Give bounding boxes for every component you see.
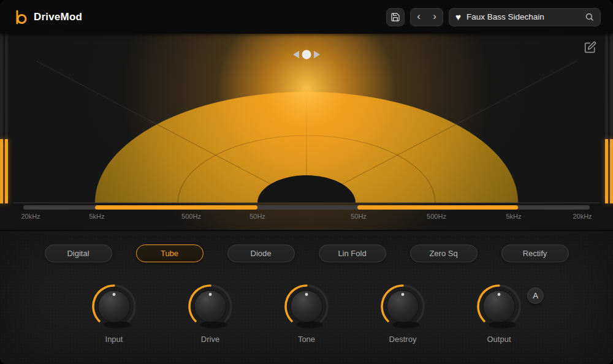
destroy-knob[interactable] xyxy=(378,282,427,331)
drive-visualizer: 20kHz 5kHz 500Hz 50Hz 50Hz 500Hz 5kHz 20… xyxy=(0,34,613,230)
level-meter-left xyxy=(0,34,8,203)
header-actions: ‹ › ♥ Faux Bass Sidechain xyxy=(386,8,601,26)
frequency-range-slider[interactable] xyxy=(23,205,590,210)
freq-label: 500Hz xyxy=(181,213,201,220)
freq-label: 50Hz xyxy=(351,213,367,220)
meter-fill xyxy=(5,139,8,203)
input-knob-block: Input xyxy=(89,282,139,344)
meter-strip xyxy=(605,34,608,203)
drivemod-window: DriveMod ‹ › ♥ Faux Bass Sidechain xyxy=(0,0,613,364)
freq-label: 5kHz xyxy=(89,213,104,220)
knob-label: Destroy xyxy=(389,335,417,344)
knob-indicator-dot xyxy=(305,293,308,296)
edit-pencil-icon xyxy=(584,41,596,53)
mode-button-tube[interactable]: Tube xyxy=(136,245,204,262)
mode-button-lin-fold[interactable]: Lin Fold xyxy=(319,245,386,262)
preset-name: Faux Bass Sidechain xyxy=(466,12,579,21)
knob-indicator-dot xyxy=(209,293,212,296)
knob-indicator-dot xyxy=(113,293,116,296)
freq-label: 50Hz xyxy=(249,213,265,220)
next-preset-button[interactable]: › xyxy=(427,9,443,26)
mode-button-diode[interactable]: Diode xyxy=(227,245,295,262)
chevron-right-icon: › xyxy=(433,11,436,21)
knob-label: Tone xyxy=(298,335,315,344)
drive-mode-row: Digital Tube Diode Lin Fold Zero Sq Rect… xyxy=(0,231,613,262)
mode-button-digital[interactable]: Digital xyxy=(45,245,112,262)
app-title: DriveMod xyxy=(34,11,82,23)
brand: DriveMod xyxy=(12,9,82,25)
frequency-range-segment-right[interactable] xyxy=(357,205,518,210)
tone-knob[interactable] xyxy=(282,282,331,331)
meter-strip xyxy=(0,34,3,203)
knob-indicator-dot xyxy=(402,293,405,296)
save-preset-button[interactable] xyxy=(386,8,405,26)
visualizer-scene xyxy=(0,34,613,230)
destroy-knob-block: Destroy xyxy=(378,282,427,344)
knob-label: Output xyxy=(487,335,511,344)
save-icon xyxy=(390,12,400,22)
preset-selector[interactable]: ♥ Faux Bass Sidechain xyxy=(449,8,601,26)
meter-fill xyxy=(605,139,608,203)
search-preset-button[interactable] xyxy=(585,12,594,21)
output-knob[interactable] xyxy=(474,282,524,331)
meter-fill xyxy=(610,139,613,203)
mode-button-zero-sq[interactable]: Zero Sq xyxy=(410,245,478,262)
freq-label: 5kHz xyxy=(506,213,521,220)
knob-indicator-dot xyxy=(498,293,501,296)
drive-knob-block: Drive xyxy=(186,282,235,344)
playhead-dot[interactable] xyxy=(302,50,311,59)
freq-label: 20kHz xyxy=(573,213,592,220)
frequency-scale: 20kHz 5kHz 500Hz 50Hz 50Hz 500Hz 5kHz 20… xyxy=(0,213,613,222)
favorite-heart-icon[interactable]: ♥ xyxy=(455,12,461,21)
drivemod-logo-icon xyxy=(12,9,28,25)
meter-fill xyxy=(0,139,3,203)
chevron-left-icon: ‹ xyxy=(417,11,421,21)
knob-label: Drive xyxy=(201,335,219,344)
meter-strip xyxy=(610,34,613,203)
drive-knob[interactable] xyxy=(186,282,235,331)
knob-row: Input Drive xyxy=(0,282,613,344)
mode-button-rectify[interactable]: Rectify xyxy=(501,245,569,262)
frequency-range-segment-left[interactable] xyxy=(95,205,257,210)
freq-label: 500Hz xyxy=(427,213,446,220)
controls-panel: Digital Tube Diode Lin Fold Zero Sq Rect… xyxy=(0,230,613,364)
edit-curve-button[interactable] xyxy=(582,39,598,55)
knob-label: Input xyxy=(105,335,123,344)
search-icon xyxy=(585,12,594,21)
preset-nav: ‹ › xyxy=(410,8,443,26)
freq-label: 20kHz xyxy=(21,213,40,220)
tone-knob-block: Tone xyxy=(282,282,331,344)
meter-strip xyxy=(5,34,8,203)
output-knob-block: Output xyxy=(474,282,524,344)
prev-preset-button[interactable]: ‹ xyxy=(411,9,427,26)
ab-preset-toggle[interactable]: A xyxy=(527,287,544,304)
header: DriveMod ‹ › ♥ Faux Bass Sidechain xyxy=(0,0,613,34)
input-knob[interactable] xyxy=(89,282,139,331)
level-meter-right xyxy=(605,34,613,203)
